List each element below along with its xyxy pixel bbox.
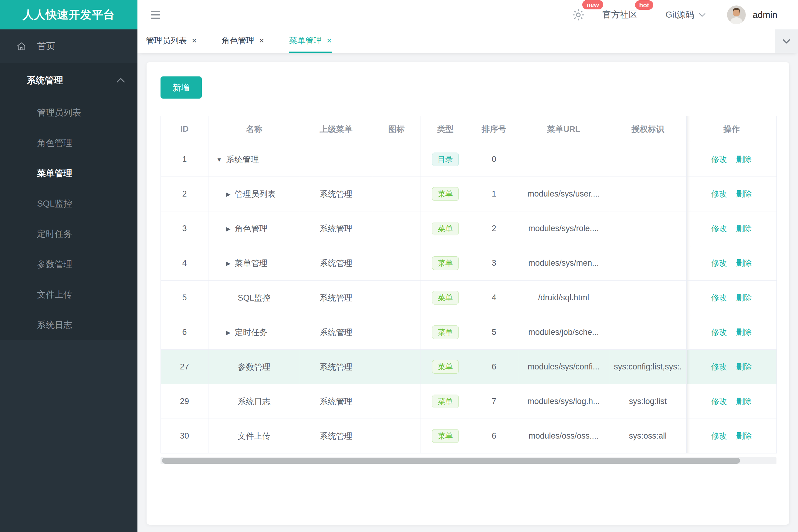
type-badge: 菜单 [432, 429, 459, 443]
cell-id: 30 [161, 419, 208, 453]
cell-perm [609, 281, 687, 315]
edit-link[interactable]: 修改 [711, 189, 727, 198]
cell-menu-url: modules/sys/men... [518, 246, 609, 281]
cell-icon [372, 384, 421, 419]
delete-link[interactable]: 删除 [736, 224, 752, 233]
cell-id: 2 [161, 177, 208, 211]
sidebar-section-title[interactable]: 系统管理 [0, 63, 137, 98]
close-icon[interactable]: × [259, 36, 264, 45]
cell-parent-menu: 系统管理 [300, 211, 372, 246]
sidebar-item[interactable]: 菜单管理 [0, 158, 137, 189]
community-link[interactable]: 官方社区 hot [602, 9, 637, 21]
cell-icon [372, 419, 421, 453]
cell-menu-url: modules/job/sche... [518, 315, 609, 350]
content-card: 新增 ID 名称 上级菜单 图标 类型 排序号 菜单URL 授权标识 操作 [147, 62, 789, 525]
cell-type: 菜单 [421, 211, 470, 246]
edit-link[interactable]: 修改 [711, 431, 727, 440]
table-row: 1 ▼系统管理 目录 0 修改删除 [161, 142, 777, 177]
tab[interactable]: 菜单管理 × [289, 30, 332, 53]
sidebar-item[interactable]: SQL监控 [0, 189, 137, 219]
horizontal-scrollbar-thumb[interactable] [162, 458, 740, 464]
cell-id: 4 [161, 246, 208, 281]
delete-link[interactable]: 删除 [736, 189, 752, 198]
type-badge: 目录 [432, 153, 459, 166]
menu-name: 定时任务 [235, 328, 267, 337]
cell-parent-menu: 系统管理 [300, 419, 372, 453]
cell-icon [372, 211, 421, 246]
menu-name: 菜单管理 [235, 259, 267, 268]
delete-link[interactable]: 删除 [736, 293, 752, 302]
cell-type: 菜单 [421, 350, 470, 384]
delete-link[interactable]: 删除 [736, 397, 752, 406]
close-icon[interactable]: × [327, 36, 332, 45]
sidebar-item[interactable]: 参数管理 [0, 249, 137, 280]
col-header-type: 类型 [421, 116, 470, 142]
sidebar-item[interactable]: 系统日志 [0, 310, 137, 340]
edit-link[interactable]: 修改 [711, 362, 727, 371]
cell-order: 6 [470, 350, 518, 384]
sidebar-item[interactable]: 角色管理 [0, 128, 137, 158]
edit-link[interactable]: 修改 [711, 293, 727, 302]
home-icon [16, 41, 27, 52]
git-source-dropdown[interactable]: Git源码 [665, 9, 706, 21]
sidebar-home-label: 首页 [37, 40, 55, 53]
cell-order: 6 [470, 419, 518, 453]
cell-perm: sys:log:list [609, 384, 687, 419]
sidebar-item[interactable]: 管理员列表 [0, 98, 137, 128]
cell-type: 目录 [421, 142, 470, 177]
cell-parent-menu: 系统管理 [300, 384, 372, 419]
type-badge: 菜单 [432, 360, 459, 374]
sidebar-item[interactable]: 文件上传 [0, 280, 137, 310]
menu-name: 系统日志 [238, 397, 271, 406]
sidebar-item-home[interactable]: 首页 [0, 30, 137, 63]
tabs-expand-button[interactable] [775, 30, 798, 53]
cell-perm [609, 315, 687, 350]
table-row: 6 ▶定时任务 系统管理 菜单 5 modules/job/sche... 修改… [161, 315, 777, 350]
settings-button[interactable]: new [571, 8, 585, 22]
col-header-parent: 上级菜单 [300, 116, 372, 142]
cell-order: 0 [470, 142, 518, 177]
tree-toggle-icon[interactable]: ▶ [226, 329, 230, 336]
cell-name: ▼系统管理 [208, 142, 300, 177]
avatar[interactable] [727, 5, 746, 24]
delete-link[interactable]: 删除 [736, 362, 752, 371]
type-badge: 菜单 [432, 291, 459, 305]
add-button[interactable]: 新增 [161, 76, 202, 99]
cell-id: 6 [161, 315, 208, 350]
table-row: 3 ▶角色管理 系统管理 菜单 2 modules/sys/role.... 修… [161, 211, 777, 246]
tree-toggle-icon[interactable]: ▶ [226, 191, 230, 198]
tab[interactable]: 角色管理 × [222, 30, 264, 53]
type-badge: 菜单 [432, 395, 459, 408]
edit-link[interactable]: 修改 [711, 259, 727, 267]
menu-name: 管理员列表 [235, 190, 276, 199]
tab[interactable]: 管理员列表 × [146, 30, 197, 53]
cell-name: ▶菜单管理 [208, 246, 300, 281]
tree-toggle-icon[interactable]: ▶ [226, 225, 230, 232]
edit-link[interactable]: 修改 [711, 327, 727, 337]
cell-actions: 修改删除 [687, 384, 777, 419]
menu-table: ID 名称 上级菜单 图标 类型 排序号 菜单URL 授权标识 操作 1 ▼系统… [161, 116, 777, 453]
cell-actions: 修改删除 [687, 211, 777, 246]
cell-icon [372, 350, 421, 384]
delete-link[interactable]: 删除 [736, 155, 752, 164]
edit-link[interactable]: 修改 [711, 397, 727, 406]
cell-name: 参数管理 [208, 350, 300, 384]
edit-link[interactable]: 修改 [711, 155, 727, 164]
tree-toggle-icon[interactable]: ▼ [216, 156, 222, 163]
delete-link[interactable]: 删除 [736, 327, 752, 337]
menu-name: 角色管理 [235, 224, 267, 233]
close-icon[interactable]: × [192, 36, 197, 45]
cell-actions: 修改删除 [687, 419, 777, 453]
delete-link[interactable]: 删除 [736, 259, 752, 267]
tree-toggle-icon[interactable]: ▶ [226, 260, 230, 267]
edit-link[interactable]: 修改 [711, 224, 727, 233]
cell-name: 文件上传 [208, 419, 300, 453]
col-header-url: 菜单URL [518, 116, 609, 142]
horizontal-scrollbar-track[interactable] [161, 457, 777, 464]
sidebar-item[interactable]: 定时任务 [0, 219, 137, 249]
col-header-name: 名称 [208, 116, 300, 142]
menu-toggle-icon[interactable] [151, 11, 160, 19]
delete-link[interactable]: 删除 [736, 431, 752, 440]
community-label: 官方社区 [602, 9, 637, 21]
username[interactable]: admin [753, 10, 777, 20]
